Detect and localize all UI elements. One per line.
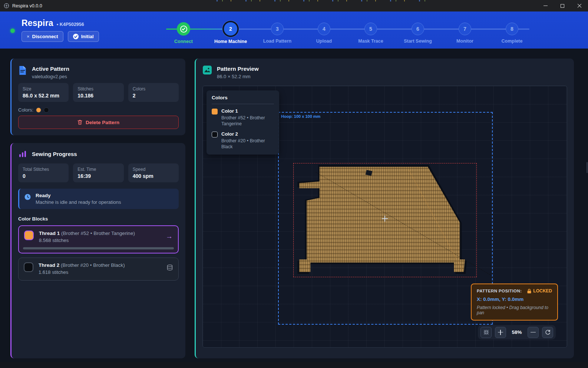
step-mask-trace[interactable]: 5 Mask Trace [348, 11, 393, 44]
minus-icon [531, 332, 536, 333]
app-spool-icon [4, 3, 9, 9]
thread-2-name: Thread 2 (Brother #20 • Brother Black) [39, 262, 125, 268]
document-icon [19, 66, 27, 75]
pattern-position-box: PATTERN POSITION: LOCKED X: 0.0mm, Y: 0.… [471, 284, 558, 321]
check-circle-icon [73, 34, 79, 39]
color-swatch-orange [36, 107, 41, 113]
thread-1-swatch [24, 231, 34, 240]
canvas-colors-panel: Colors Color 1 Brother #52 • Brother Tan… [207, 90, 279, 155]
thread-1-progress-bar [23, 247, 174, 249]
step-monitor[interactable]: 7 Monitor [443, 11, 487, 44]
minimize-button[interactable] [537, 0, 554, 11]
lock-icon [527, 289, 531, 294]
zoom-toolbar: 58% [478, 325, 556, 339]
scrollbar-thumb[interactable] [587, 162, 588, 173]
position-label: PATTERN POSITION: [477, 289, 522, 293]
color-2-item: Color 2 Brother #20 • Brother Black [212, 131, 274, 150]
step-connect[interactable]: Connect [161, 11, 206, 44]
window-titlebar: Respira v0.0.0 [0, 0, 588, 11]
pattern-preview-card: Pattern Preview 86.0 × 52.2 mm Hoop: 100… [195, 59, 574, 358]
colors-label: Colors: [18, 107, 33, 113]
thread-1-stitches: 8.568 stitches [39, 238, 135, 243]
delete-pattern-button[interactable]: Delete Pattern [18, 116, 179, 129]
reset-view-button[interactable] [542, 327, 553, 338]
stat-size: Size 86.0 x 52.2 mm [18, 83, 69, 102]
app-name: Respira [22, 18, 53, 28]
reset-view-icon [545, 329, 551, 335]
window-title: Respira v0.0.0 [12, 3, 42, 9]
preview-canvas[interactable]: Hoop: 100 x 100 mm Colors Color 1 Brothe… [202, 86, 567, 348]
thread-1-block[interactable]: Thread 1 (Brother #52 • Brother Tangerin… [18, 225, 179, 253]
minimize-icon [544, 6, 548, 6]
step-load-pattern[interactable]: 3 Load Pattern [255, 11, 300, 44]
plus-icon [498, 330, 503, 335]
pattern-filename: valetudogv2.pes [32, 74, 69, 79]
initial-button[interactable]: Initial [68, 31, 99, 42]
position-coordinates: X: 0.0mm, Y: 0.0mm [477, 296, 552, 302]
preview-title: Pattern Preview [217, 66, 259, 72]
color-blocks-label: Color Blocks [11, 209, 185, 225]
maximize-icon [561, 4, 564, 8]
locked-badge: LOCKED [527, 288, 552, 294]
disconnect-button[interactable]: × Disconnect [22, 31, 63, 42]
stat-total-stitches: Total Stitches 0 [18, 163, 69, 182]
step-home-machine[interactable]: 2 Home Machine [208, 11, 253, 44]
color-2-swatch [212, 132, 218, 137]
step-upload[interactable]: 4 Upload [302, 11, 346, 44]
arrow-right-icon: → [166, 233, 173, 240]
fit-view-button[interactable] [480, 327, 492, 338]
connection-status-dot [10, 29, 15, 33]
thread-2-block[interactable]: Thread 2 (Brother #20 • Brother Black) 1… [18, 258, 179, 281]
step-complete[interactable]: 8 Complete [490, 11, 534, 44]
trash-icon [77, 120, 82, 125]
hoop-label: Hoop: 100 x 100 mm [281, 114, 320, 119]
color-swatch-black [44, 107, 49, 113]
sewing-progress-card: Sewing Progress Total Stitches 0 Est. Ti… [10, 143, 185, 358]
status-description: Machine is idle and ready for operations [36, 199, 121, 205]
background-window-sliver [213, 0, 432, 1]
active-pattern-card: Active Pattern valetudogv2.pes Size 86.0… [10, 59, 185, 135]
fit-view-icon [483, 329, 489, 335]
position-hint: Pattern locked • Drag background to pan [477, 305, 552, 315]
machine-serial: • K4P502956 [57, 22, 84, 27]
zoom-level: 58% [509, 329, 524, 335]
thread-1-name: Thread 1 (Brother #52 • Brother Tangerin… [39, 231, 135, 236]
image-icon [203, 66, 212, 74]
workflow-stepper: Connect 2 Home Machine 3 Load Pattern 4 … [166, 11, 529, 49]
stat-stitches: Stitches 10.186 [73, 83, 123, 102]
close-icon [577, 4, 582, 8]
database-icon [166, 264, 173, 271]
thread-2-stitches: 1.618 stitches [39, 269, 125, 275]
thread-2-swatch [24, 262, 33, 272]
check-icon [180, 26, 187, 33]
color-1-swatch [212, 109, 218, 115]
zoom-in-button[interactable] [495, 327, 506, 338]
active-pattern-title: Active Pattern [32, 66, 69, 72]
window-bottom-strip [0, 362, 588, 368]
colors-panel-title: Colors [212, 95, 274, 104]
app-header: Respira • K4P502956 × Disconnect Initial [0, 11, 588, 49]
machine-status-banner: Ready Machine is idle and ready for oper… [18, 189, 179, 209]
stat-colors: Colors 2 [128, 83, 179, 102]
preview-dimensions: 86.0 × 52.2 mm [217, 74, 259, 79]
maximize-button[interactable] [554, 0, 571, 11]
step-start-sewing[interactable]: 6 Start Sewing [396, 11, 440, 44]
status-title: Ready [36, 193, 121, 198]
color-1-item: Color 1 Brother #52 • Brother Tangerine [212, 108, 274, 127]
close-button[interactable] [571, 0, 588, 11]
stat-est-time: Est. Time 16:39 [73, 163, 123, 182]
clock-icon [24, 194, 31, 200]
sewing-progress-title: Sewing Progress [32, 151, 77, 158]
x-icon: × [27, 34, 30, 39]
zoom-out-button[interactable] [528, 327, 539, 338]
stat-speed: Speed 400 spm [128, 163, 179, 182]
step-connect-circle [177, 22, 190, 36]
bar-chart-icon [19, 150, 27, 158]
